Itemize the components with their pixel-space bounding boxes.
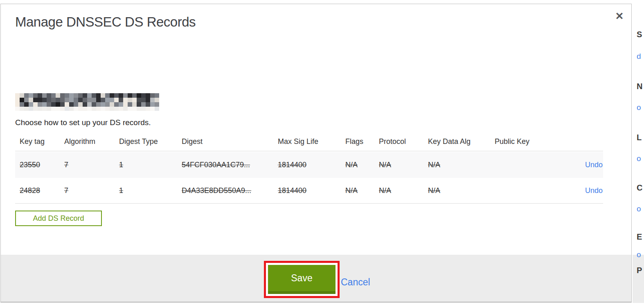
cell-key-data-alg: N/A (428, 186, 495, 195)
col-header-key-data-alg: Key Data Alg (428, 137, 495, 148)
cell-algorithm: 7 (64, 186, 119, 195)
cell-protocol: N/A (379, 186, 428, 195)
background-text-fragment: d (637, 52, 641, 61)
redacted-domain-name (15, 93, 159, 111)
background-text-fragment: P (637, 266, 642, 275)
close-icon[interactable]: ✕ (613, 9, 626, 22)
red-annotation-box: Save (264, 261, 340, 298)
background-text-fragment: o (637, 154, 641, 163)
col-header-actions (561, 142, 603, 144)
undo-link[interactable]: Undo (585, 186, 603, 195)
undo-link[interactable]: Undo (585, 161, 603, 169)
manage-dnssec-ds-records-dialog: Manage DNSSEC DS Records ✕ Choose how to… (0, 4, 632, 303)
cell-key-tag: 23550 (15, 161, 64, 169)
col-header-key-tag: Key tag (15, 137, 64, 148)
background-text-fragment: S (637, 30, 642, 39)
background-text-fragment: L (637, 133, 642, 142)
background-text-fragment: N (637, 82, 642, 91)
background-text-fragment: o (637, 204, 641, 213)
background-page-sliver: SdNoLoCoEoP (633, 0, 644, 305)
col-header-protocol: Protocol (379, 137, 428, 148)
background-text-fragment: C (637, 183, 642, 193)
col-header-digest-type: Digest Type (119, 137, 182, 148)
table-row: 24828 7 1 D4A33E8DD550A9... 1814400 N/A … (15, 178, 603, 204)
cell-key-data-alg: N/A (428, 161, 495, 169)
cell-digest: D4A33E8DD550A9... (182, 186, 278, 195)
cell-key-tag: 24828 (15, 186, 64, 195)
background-text-fragment: E (637, 232, 642, 242)
dialog-title: Manage DNSSEC DS Records (15, 14, 196, 30)
cell-algorithm: 7 (64, 161, 119, 169)
col-header-algorithm: Algorithm (64, 137, 119, 148)
cell-flags: N/A (345, 161, 379, 169)
cancel-link[interactable]: Cancel (341, 277, 370, 288)
col-header-digest: Digest (182, 137, 278, 148)
col-header-flags: Flags (345, 137, 379, 148)
col-header-max-sig-life: Max Sig Life (278, 137, 345, 148)
table-header-row: Key tag Algorithm Digest Type Digest Max… (15, 135, 603, 151)
background-text-fragment: o (637, 103, 641, 112)
dialog-footer: Save Cancel (1, 255, 631, 302)
cell-max-sig-life: 1814400 (278, 161, 345, 169)
cell-max-sig-life: 1814400 (278, 186, 345, 195)
col-header-public-key: Public Key (495, 137, 561, 148)
cell-flags: N/A (345, 186, 379, 195)
instruction-text: Choose how to set up your DS records. (15, 118, 151, 127)
cell-digest-type: 1 (119, 186, 182, 195)
add-ds-record-button[interactable]: Add DS Record (15, 211, 102, 226)
ds-records-table: Key tag Algorithm Digest Type Digest Max… (15, 135, 603, 204)
save-button[interactable]: Save (268, 265, 336, 294)
table-row: 23550 7 1 54FCF030AA1C79... 1814400 N/A … (15, 152, 603, 178)
screen: Manage DNSSEC DS Records ✕ Choose how to… (0, 0, 644, 305)
cell-digest: 54FCF030AA1C79... (182, 161, 278, 169)
background-text-fragment: o (637, 250, 641, 259)
cell-protocol: N/A (379, 161, 428, 169)
background-footer-sliver (633, 255, 644, 303)
cell-digest-type: 1 (119, 161, 182, 169)
